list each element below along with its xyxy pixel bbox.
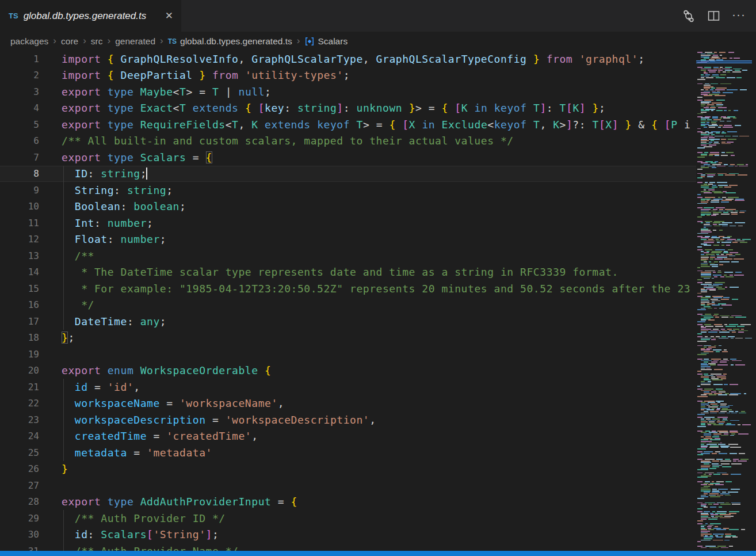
line-number: 28 bbox=[0, 496, 39, 507]
breadcrumb-separator-icon: › bbox=[108, 36, 111, 47]
indent-guide bbox=[63, 182, 64, 199]
code-line-31[interactable]: 31 /** Auth Provider Name */ bbox=[0, 543, 696, 551]
code-line-23[interactable]: 23 workspaceDescription = 'workspaceDesc… bbox=[0, 412, 696, 428]
code-line-15[interactable]: 15 * For example: "1985-04-12T23:20:50.5… bbox=[0, 280, 696, 297]
tab-title: global.db.types.generated.ts bbox=[24, 10, 157, 22]
breadcrumb-item-packages[interactable]: packages bbox=[10, 36, 48, 47]
line-number: 19 bbox=[0, 349, 39, 360]
code-line-1[interactable]: 1import { GraphQLResolveInfo, GraphQLSca… bbox=[0, 51, 696, 67]
code-line-20[interactable]: 20export enum WorkspaceOrderable { bbox=[0, 363, 696, 379]
code-line-4[interactable]: 4export type Exact<T extends { [key: str… bbox=[0, 100, 696, 117]
code-line-19[interactable]: 19 bbox=[0, 346, 696, 363]
indent-guide bbox=[63, 199, 64, 215]
code-line-24[interactable]: 24 createdTime = 'createdTime', bbox=[0, 428, 696, 445]
line-number: 22 bbox=[0, 398, 39, 409]
code-line-13[interactable]: 13 /** bbox=[0, 247, 696, 264]
code-line-30[interactable]: 30 id: Scalars['String']; bbox=[0, 527, 696, 543]
code-line-2[interactable]: 2import { DeepPartial } from 'utility-ty… bbox=[0, 67, 696, 84]
code-text bbox=[39, 477, 696, 494]
line-number: 8 bbox=[0, 168, 39, 179]
code-text: }; bbox=[39, 330, 696, 346]
code-text: /** bbox=[39, 247, 696, 264]
minimap-content bbox=[696, 51, 752, 551]
line-number: 5 bbox=[0, 119, 39, 130]
typescript-file-icon: TS bbox=[9, 12, 18, 20]
line-number: 1 bbox=[0, 54, 39, 64]
code-line-17[interactable]: 17 DateTime: any; bbox=[0, 313, 696, 330]
code-line-21[interactable]: 21 id = 'id', bbox=[0, 379, 696, 395]
code-editor[interactable]: 1import { GraphQLResolveInfo, GraphQLSca… bbox=[0, 51, 756, 551]
line-number: 20 bbox=[0, 365, 39, 376]
line-number: 16 bbox=[0, 299, 39, 310]
line-number: 24 bbox=[0, 431, 39, 441]
indent-guide bbox=[63, 297, 64, 314]
code-line-8[interactable]: 8 ID: string; bbox=[0, 166, 696, 182]
code-text: /** All built-in and custom scalars, map… bbox=[39, 133, 696, 150]
close-tab-icon[interactable]: ✕ bbox=[163, 10, 175, 22]
open-changes-icon[interactable] bbox=[682, 9, 696, 23]
indent-guide bbox=[63, 412, 64, 428]
code-line-9[interactable]: 9 String: string; bbox=[0, 182, 696, 199]
code-line-7[interactable]: 7export type Scalars = { bbox=[0, 149, 696, 166]
line-number: 30 bbox=[0, 529, 39, 540]
line-number: 6 bbox=[0, 135, 39, 146]
code-text: export type AddAuthProviderInput = { bbox=[39, 494, 696, 511]
code-line-28[interactable]: 28export type AddAuthProviderInput = { bbox=[0, 494, 696, 511]
code-line-5[interactable]: 5export type RequireFields<T, K extends … bbox=[0, 116, 696, 133]
code-text: metadata = 'metadata' bbox=[39, 444, 696, 461]
minimap-current-line-highlight bbox=[696, 60, 752, 63]
line-number: 7 bbox=[0, 152, 39, 163]
code-line-10[interactable]: 10 Boolean: boolean; bbox=[0, 199, 696, 215]
tab-global-db-types-generated[interactable]: TS global.db.types.generated.ts ✕ bbox=[0, 0, 181, 32]
code-text: ID: string; bbox=[39, 166, 696, 182]
indent-guide bbox=[63, 231, 64, 248]
indent-guide bbox=[63, 215, 64, 231]
code-line-14[interactable]: 14 * The DateTime scalar type represents… bbox=[0, 264, 696, 281]
code-text: /** Auth Provider Name */ bbox=[39, 543, 696, 551]
indent-guide bbox=[63, 264, 64, 281]
code-text: import { DeepPartial } from 'utility-typ… bbox=[39, 67, 696, 84]
line-number: 23 bbox=[0, 414, 39, 425]
code-text: export type RequireFields<T, K extends k… bbox=[39, 116, 696, 133]
code-line-18[interactable]: 18}; bbox=[0, 330, 696, 346]
code-line-29[interactable]: 29 /** Auth Provider ID */ bbox=[0, 510, 696, 527]
code-line-3[interactable]: 3export type Maybe<T> = T | null; bbox=[0, 83, 696, 100]
breadcrumb-item-scalars[interactable]: Scalars bbox=[304, 36, 348, 47]
split-editor-icon[interactable] bbox=[707, 9, 720, 22]
code-text bbox=[39, 346, 696, 363]
code-text: id: Scalars['String']; bbox=[39, 527, 696, 543]
code-line-16[interactable]: 16 */ bbox=[0, 297, 696, 314]
more-actions-icon[interactable]: ··· bbox=[732, 8, 746, 24]
code-line-11[interactable]: 11 Int: number; bbox=[0, 215, 696, 231]
code-text: * For example: "1985-04-12T23:20:50.52Z"… bbox=[39, 280, 696, 297]
breadcrumb-item-core[interactable]: core bbox=[61, 36, 78, 47]
code-text: Boolean: boolean; bbox=[39, 199, 696, 215]
breadcrumb-separator-icon: › bbox=[297, 36, 300, 47]
breadcrumb-separator-icon: › bbox=[160, 36, 163, 47]
indent-guide bbox=[63, 166, 64, 182]
line-number: 10 bbox=[0, 201, 39, 212]
code-text: export type Scalars = { bbox=[39, 149, 696, 166]
code-line-27[interactable]: 27 bbox=[0, 477, 696, 494]
breadcrumb: packages›core›src›generated›TSglobal.db.… bbox=[0, 32, 756, 51]
breadcrumb-item-global-db-types-generated-ts[interactable]: TSglobal.db.types.generated.ts bbox=[168, 36, 292, 47]
code-text: id = 'id', bbox=[39, 379, 696, 395]
indent-guide bbox=[63, 510, 64, 527]
code-line-12[interactable]: 12 Float: number; bbox=[0, 231, 696, 248]
code-text: String: string; bbox=[39, 182, 696, 199]
breadcrumb-item-generated[interactable]: generated bbox=[115, 36, 155, 47]
breadcrumb-label: core bbox=[61, 36, 78, 47]
code-line-26[interactable]: 26} bbox=[0, 461, 696, 478]
code-text: export type Maybe<T> = T | null; bbox=[39, 83, 696, 100]
code-line-22[interactable]: 22 workspaceName = 'workspaceName', bbox=[0, 395, 696, 412]
symbol-type-icon bbox=[304, 36, 315, 47]
breadcrumb-separator-icon: › bbox=[53, 36, 56, 47]
line-number: 13 bbox=[0, 250, 39, 261]
breadcrumb-item-src[interactable]: src bbox=[91, 36, 103, 47]
minimap[interactable] bbox=[696, 51, 752, 551]
line-number: 26 bbox=[0, 463, 39, 474]
code-lines: 1import { GraphQLResolveInfo, GraphQLSca… bbox=[0, 51, 696, 551]
code-line-6[interactable]: 6/** All built-in and custom scalars, ma… bbox=[0, 133, 696, 150]
indent-guide bbox=[63, 280, 64, 297]
code-line-25[interactable]: 25 metadata = 'metadata' bbox=[0, 444, 696, 461]
